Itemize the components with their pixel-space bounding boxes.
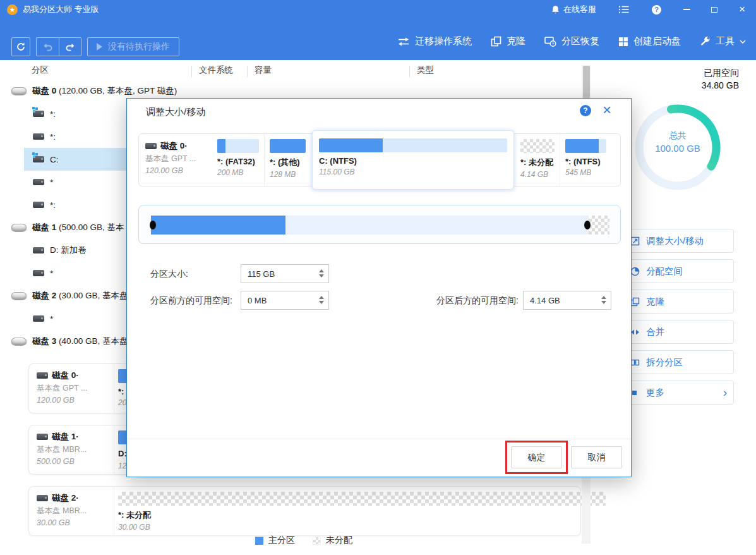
spinner-icon[interactable] (319, 296, 324, 304)
pending-operations-label: 没有待执行操作 (108, 41, 170, 52)
migrate-os-icon (397, 37, 410, 47)
action-allocate-space-button[interactable]: 分配空间 (621, 259, 734, 283)
dialog-partition-c-selected[interactable]: C: (NTFS) 115.00 GB (312, 130, 514, 190)
column-divider (191, 66, 192, 77)
used-space-value: 34.80 GB (657, 79, 739, 92)
column-header-capacity: 容量 (255, 64, 272, 76)
disk-icon (37, 495, 48, 501)
operation-list-button[interactable] (608, 0, 640, 19)
partition-icon (33, 270, 44, 276)
cancel-button[interactable]: 取消 (571, 446, 622, 468)
tools-button[interactable]: 工具 (700, 35, 746, 47)
spinner-icon[interactable] (601, 296, 606, 304)
dialog-partition-other[interactable]: *: (其他) 128 MB (264, 134, 311, 186)
clone-label: 克隆 (507, 35, 525, 47)
slider-left-handle[interactable] (150, 221, 156, 229)
refresh-button[interactable] (11, 37, 30, 56)
total-value: 100.00 GB (629, 143, 726, 154)
dialog-partition-fat32[interactable]: *: (FAT32) 200 MB (212, 134, 264, 186)
boot-disk-icon (618, 37, 628, 47)
disk-icon (145, 143, 157, 149)
action-split-partition-button[interactable]: 拆分分区 (621, 350, 734, 374)
partition-icon (33, 133, 44, 140)
legend-unallocated-swatch (313, 537, 321, 545)
maximize-button[interactable] (700, 0, 728, 19)
disk-card-info: 磁盘 1· 基本盘 MBR... 500.00 GB (29, 425, 87, 474)
action-more-button[interactable]: 更多 (621, 381, 734, 405)
space-before-input[interactable] (241, 291, 328, 309)
online-service-label: 在线客服 (563, 4, 596, 15)
tools-label: 工具 (716, 35, 735, 47)
clone-icon (491, 36, 501, 47)
action-more-label: 更多 (646, 387, 664, 399)
app-title: 易我分区大师 专业版 (23, 4, 99, 15)
column-header-type: 类型 (417, 64, 434, 76)
disk-icon (11, 224, 27, 232)
dialog-help-button[interactable] (580, 105, 591, 116)
more-icon (630, 388, 640, 398)
legend: 主分区 未分配 (255, 535, 352, 546)
dialog-partition-unallocated[interactable]: *: 未分配 4.14 GB (515, 134, 560, 186)
app-logo-icon (7, 4, 18, 15)
dialog-footer-divider (127, 439, 631, 439)
action-split-partition-label: 拆分分区 (646, 357, 683, 369)
partition-size-input[interactable] (241, 265, 328, 283)
column-header-partition: 分区 (32, 64, 49, 76)
bell-icon (551, 5, 560, 15)
action-clone-button[interactable]: 克隆 (621, 290, 734, 314)
action-merge-button[interactable]: 合并 (621, 320, 734, 344)
dialog-close-button[interactable] (599, 102, 615, 118)
legend-primary-label: 主分区 (268, 535, 295, 546)
disk-icon (11, 338, 27, 346)
action-allocate-space-label: 分配空间 (646, 265, 683, 278)
scrollbar-thumb[interactable] (583, 66, 590, 100)
tools-icon (700, 36, 711, 47)
partition-size-stepper[interactable] (241, 264, 329, 283)
used-space-block: 已用空间 34.80 GB (657, 66, 739, 92)
migrate-os-button[interactable]: 迁移操作系统 (397, 35, 472, 47)
disk-icon (37, 372, 48, 379)
clone-icon (630, 297, 640, 307)
space-after-stepper[interactable] (523, 291, 611, 310)
used-space-segment (151, 216, 285, 235)
refresh-icon (16, 42, 26, 52)
disk-card-2[interactable]: 磁盘 2· 基本盘 MBR... 30.00 GB *: 未分配 30.00 G… (28, 486, 581, 536)
donut-center-text: 总共 100.00 GB (629, 130, 726, 154)
partition-icon (33, 247, 44, 253)
redo-button[interactable] (59, 38, 81, 56)
apply-operations-button[interactable]: 没有待执行操作 (87, 37, 179, 56)
help-button[interactable]: ? (640, 0, 673, 19)
boot-disk-label: 创建启动盘 (633, 35, 681, 47)
play-icon (97, 43, 102, 51)
partition-recovery-button[interactable]: 分区恢复 (544, 35, 599, 47)
resize-slider-track[interactable] (151, 216, 609, 235)
minimize-button[interactable] (673, 0, 700, 19)
used-space-label: 已用空间 (657, 66, 739, 79)
partition-recovery-icon (544, 36, 556, 47)
titlebar: 易我分区大师 专业版 在线客服 ? (0, 0, 756, 19)
ok-button[interactable]: 确定 (511, 446, 562, 468)
undo-button[interactable] (37, 38, 59, 56)
toolbar: 没有待执行操作 迁移操作系统 克隆 分区恢复 创建启动盘 工具 (0, 19, 756, 60)
column-divider (247, 66, 248, 77)
spinner-icon[interactable] (319, 269, 324, 278)
close-button[interactable] (728, 0, 756, 19)
split-partition-icon (630, 358, 640, 367)
close-icon (739, 0, 745, 19)
dialog-partition-ntfs-small[interactable]: *: (NTFS) 545 MB (560, 134, 611, 186)
online-service-button[interactable]: 在线客服 (540, 0, 608, 19)
disk-icon (11, 87, 27, 95)
space-after-label: 分区后方的可用空间: (392, 291, 519, 310)
merge-icon (630, 327, 640, 337)
action-resize-move-button[interactable]: 调整大小/移动 (621, 229, 734, 253)
slider-right-handle[interactable] (584, 221, 591, 229)
legend-primary-swatch (255, 537, 263, 545)
create-boot-disk-button[interactable]: 创建启动盘 (618, 35, 681, 47)
space-before-stepper[interactable] (241, 291, 329, 310)
disk-card-partition[interactable]: *: 未分配 30.00 GB (114, 487, 606, 535)
unallocated-segment (589, 216, 609, 235)
chevron-right-icon (723, 387, 727, 398)
disk-icon (37, 434, 48, 440)
clone-button[interactable]: 克隆 (491, 35, 525, 47)
space-after-input[interactable] (524, 291, 611, 309)
